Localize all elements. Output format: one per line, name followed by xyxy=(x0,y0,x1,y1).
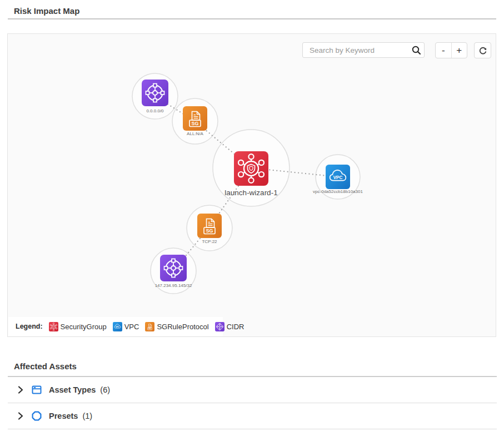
search-box xyxy=(302,42,425,58)
risk-graph-canvas[interactable]: 0.0.0.0/0 ALL:N/A launch-wizard-1 vpc-0d… xyxy=(8,34,496,336)
legend-item-label: CIDR xyxy=(227,323,244,331)
node-label: vpc-0da52ccb18b10a301 xyxy=(313,189,363,194)
legend-bar: Legend: SecurityGroup VPC SGRuleProtocol… xyxy=(8,317,223,336)
row-count: (6) xyxy=(100,385,110,394)
security-group-icon xyxy=(234,151,268,186)
legend-item-cidr: CIDR xyxy=(215,322,244,331)
refresh-icon xyxy=(477,45,488,56)
presets-row[interactable]: Presets (1) xyxy=(8,403,497,429)
vpc-icon xyxy=(113,322,122,331)
legend-item-sg-rule-protocol: SGRuleProtocol xyxy=(145,322,208,331)
asset-types-icon xyxy=(31,384,42,395)
legend-item-security-group: SecurityGroup xyxy=(49,322,107,331)
affected-assets-section: Affected Assets Asset Types (6) xyxy=(0,361,504,429)
sg-rule-icon xyxy=(183,106,207,131)
search-icon[interactable] xyxy=(411,45,421,55)
chevron-right-icon[interactable] xyxy=(15,384,26,395)
node-label: 0.0.0.0/0 xyxy=(146,108,164,113)
zoom-out-button[interactable]: - xyxy=(436,43,451,58)
node-label: TCP:22 xyxy=(202,239,217,244)
row-label: Asset Types xyxy=(49,385,96,394)
page-title: Risk Impact Map xyxy=(14,6,79,16)
row-label: Presets xyxy=(49,412,78,420)
refresh-button[interactable] xyxy=(474,42,491,58)
sg-rule-icon xyxy=(197,214,222,238)
chevron-right-icon[interactable] xyxy=(15,410,26,422)
sg-rule-icon xyxy=(145,322,154,331)
cidr-icon xyxy=(215,322,224,331)
zoom-controls: - + xyxy=(435,42,467,58)
vpc-icon xyxy=(326,165,350,189)
security-group-icon xyxy=(49,322,58,331)
cidr-icon xyxy=(142,80,168,106)
search-input[interactable] xyxy=(303,46,411,54)
legend-item-label: VPC xyxy=(124,323,139,331)
legend-label: Legend: xyxy=(16,323,43,330)
asset-types-row[interactable]: Asset Types (6) xyxy=(8,377,497,403)
node-label: launch-wizard-1 xyxy=(224,189,277,197)
title-divider xyxy=(8,18,496,19)
legend-item-vpc: VPC xyxy=(113,322,139,331)
legend-item-label: SGRuleProtocol xyxy=(157,323,208,331)
risk-impact-map-panel: 0.0.0.0/0 ALL:N/A launch-wizard-1 vpc-0d… xyxy=(7,33,496,337)
row-count: (1) xyxy=(82,412,92,420)
cidr-icon xyxy=(160,255,187,281)
zoom-in-button[interactable]: + xyxy=(451,43,467,58)
affected-assets-title: Affected Assets xyxy=(14,361,504,371)
node-label: ALL:N/A xyxy=(187,131,203,136)
presets-icon xyxy=(31,410,42,422)
graph-node-cidr-147[interactable]: 147.234.95.145/32 xyxy=(155,255,192,288)
node-label: 147.234.95.145/32 xyxy=(155,283,192,288)
legend-item-label: SecurityGroup xyxy=(61,323,107,331)
